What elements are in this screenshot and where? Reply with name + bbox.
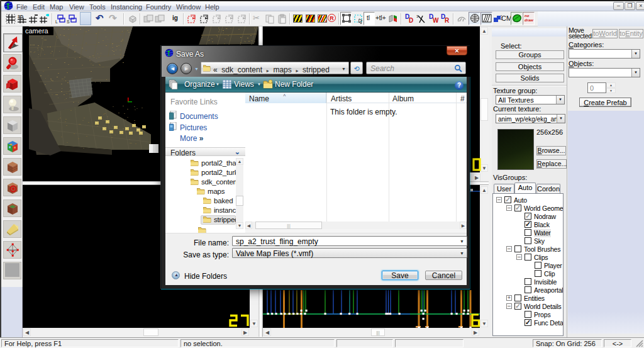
svg-text:S: S xyxy=(67,20,70,24)
svg-text:L: L xyxy=(55,20,58,24)
